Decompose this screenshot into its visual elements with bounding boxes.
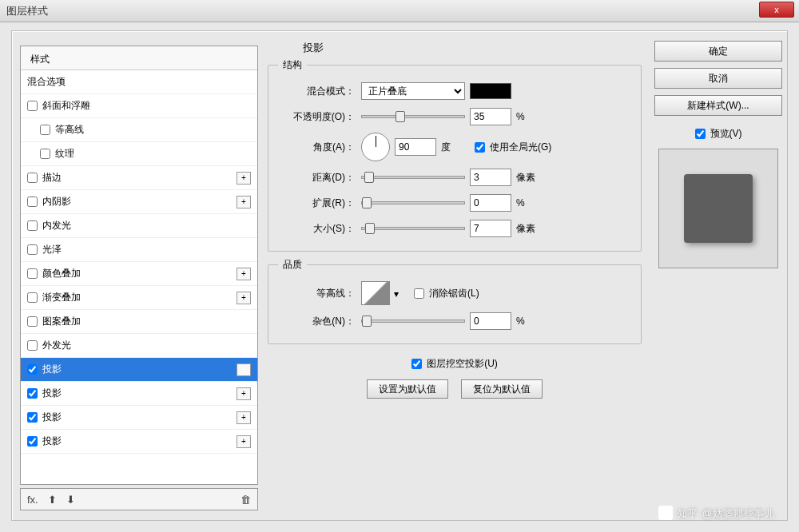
- style-checkbox[interactable]: [27, 364, 38, 375]
- style-label: 内发光: [42, 219, 71, 232]
- noise-input[interactable]: [470, 312, 511, 330]
- style-item-7[interactable]: 颜色叠加+: [21, 262, 257, 286]
- add-effect-button[interactable]: +: [237, 196, 251, 208]
- blend-mode-label: 混合模式：: [278, 85, 356, 98]
- style-checkbox[interactable]: [27, 388, 38, 399]
- preview-checkbox[interactable]: [695, 129, 706, 139]
- style-checkbox[interactable]: [40, 125, 50, 135]
- trash-icon[interactable]: 🗑: [240, 494, 251, 506]
- blend-mode-select[interactable]: 正片叠底: [361, 82, 465, 100]
- style-item-4[interactable]: 内阴影+: [21, 190, 257, 214]
- watermark: 知乎 @姑婆那些事儿: [658, 504, 775, 521]
- reset-default-button[interactable]: 复位为默认值: [461, 379, 543, 399]
- opacity-unit: %: [516, 111, 545, 122]
- add-effect-button[interactable]: +: [237, 292, 251, 304]
- noise-slider[interactable]: [361, 320, 465, 323]
- style-checkbox[interactable]: [27, 268, 38, 279]
- move-up-icon[interactable]: ⬆: [48, 494, 57, 506]
- add-effect-button[interactable]: +: [237, 387, 251, 400]
- style-label: 光泽: [42, 243, 62, 256]
- style-item-10[interactable]: 外发光: [21, 334, 257, 358]
- close-button[interactable]: x: [759, 2, 794, 18]
- global-light-label: 使用全局光(G): [490, 141, 551, 154]
- new-style-button[interactable]: 新建样式(W)...: [654, 95, 782, 116]
- angle-dial[interactable]: [361, 133, 390, 161]
- panel-title: 投影: [303, 41, 642, 55]
- zhihu-logo-icon: [658, 506, 673, 520]
- spread-slider[interactable]: [361, 201, 465, 204]
- antialias-checkbox[interactable]: [414, 288, 424, 299]
- style-label: 投影: [42, 387, 62, 400]
- angle-label: 角度(A)：: [278, 141, 356, 154]
- style-checkbox[interactable]: [27, 101, 38, 111]
- style-checkbox[interactable]: [27, 244, 38, 255]
- style-checkbox[interactable]: [27, 436, 38, 447]
- size-unit: 像素: [516, 222, 545, 236]
- opacity-input[interactable]: [470, 108, 511, 125]
- style-checkbox[interactable]: [27, 316, 38, 327]
- styles-list: 样式 混合选项 斜面和浮雕等高线纹理描边+内阴影+内发光光泽颜色叠加+渐变叠加+…: [20, 46, 258, 485]
- quality-legend: 品质: [278, 258, 307, 272]
- global-light-checkbox[interactable]: [475, 142, 485, 153]
- style-label: 渐变叠加: [42, 291, 81, 304]
- style-item-5[interactable]: 内发光: [21, 214, 257, 238]
- size-slider[interactable]: [361, 227, 465, 230]
- style-label: 斜面和浮雕: [42, 99, 90, 113]
- style-label: 内阴影: [42, 195, 71, 208]
- style-item-9[interactable]: 图案叠加: [21, 310, 257, 334]
- style-checkbox[interactable]: [27, 173, 38, 183]
- style-item-1[interactable]: 等高线: [21, 118, 257, 142]
- spread-input[interactable]: [470, 194, 511, 212]
- style-checkbox[interactable]: [27, 220, 38, 231]
- cancel-button[interactable]: 取消: [654, 68, 782, 89]
- window-title: 图层样式: [6, 4, 48, 18]
- add-effect-button[interactable]: +: [237, 268, 251, 280]
- shadow-color-swatch[interactable]: [470, 83, 511, 99]
- chevron-down-icon[interactable]: ▾: [392, 288, 400, 300]
- fx-menu-icon[interactable]: fx.: [27, 494, 38, 506]
- styles-header[interactable]: 样式: [21, 46, 257, 70]
- distance-slider[interactable]: [361, 176, 465, 179]
- style-label: 投影: [42, 435, 62, 448]
- make-default-button[interactable]: 设置为默认值: [367, 379, 448, 399]
- style-checkbox[interactable]: [27, 412, 38, 423]
- contour-picker[interactable]: ▾: [361, 281, 390, 305]
- distance-unit: 像素: [516, 171, 545, 185]
- angle-unit: 度: [441, 141, 470, 154]
- style-item-2[interactable]: 纹理: [21, 142, 257, 166]
- style-checkbox[interactable]: [27, 292, 38, 303]
- blending-options-item[interactable]: 混合选项: [21, 70, 257, 94]
- style-label: 外发光: [42, 339, 71, 352]
- ok-button[interactable]: 确定: [654, 41, 782, 62]
- add-effect-button[interactable]: +: [237, 411, 251, 424]
- style-item-3[interactable]: 描边+: [21, 166, 257, 190]
- knockout-checkbox[interactable]: [411, 359, 422, 369]
- style-checkbox[interactable]: [27, 340, 38, 351]
- angle-input[interactable]: [395, 138, 436, 156]
- style-item-14[interactable]: 投影+: [21, 430, 257, 454]
- style-item-13[interactable]: 投影+: [21, 406, 257, 430]
- size-input[interactable]: [470, 220, 511, 237]
- style-checkbox[interactable]: [27, 197, 38, 207]
- antialias-label: 消除锯齿(L): [429, 287, 479, 300]
- style-item-0[interactable]: 斜面和浮雕: [21, 94, 257, 118]
- knockout-label: 图层挖空投影(U): [427, 357, 498, 371]
- style-item-8[interactable]: 渐变叠加+: [21, 286, 257, 310]
- add-effect-button[interactable]: +: [237, 363, 251, 376]
- style-label: 纹理: [55, 147, 74, 161]
- quality-group: 品质 等高线： ▾ 消除锯齿(L) 杂色(N)： %: [268, 258, 642, 344]
- move-down-icon[interactable]: ⬇: [66, 494, 75, 506]
- style-checkbox[interactable]: [40, 149, 50, 159]
- style-item-6[interactable]: 光泽: [21, 238, 257, 262]
- structure-group: 结构 混合模式： 正片叠底 不透明度(O)： % 角度(A)： 度 使用全局光(…: [268, 58, 642, 252]
- settings-panel: 投影 结构 混合模式： 正片叠底 不透明度(O)： % 角度(A)： 度 使用全: [268, 38, 642, 510]
- style-label: 颜色叠加: [42, 267, 81, 280]
- opacity-slider[interactable]: [361, 115, 465, 118]
- style-item-12[interactable]: 投影+: [21, 382, 257, 406]
- add-effect-button[interactable]: +: [237, 172, 251, 185]
- add-effect-button[interactable]: +: [237, 435, 251, 448]
- style-item-11[interactable]: 投影+: [21, 358, 257, 382]
- style-label: 投影: [42, 363, 62, 376]
- noise-label: 杂色(N)：: [278, 315, 356, 328]
- distance-input[interactable]: [470, 169, 511, 186]
